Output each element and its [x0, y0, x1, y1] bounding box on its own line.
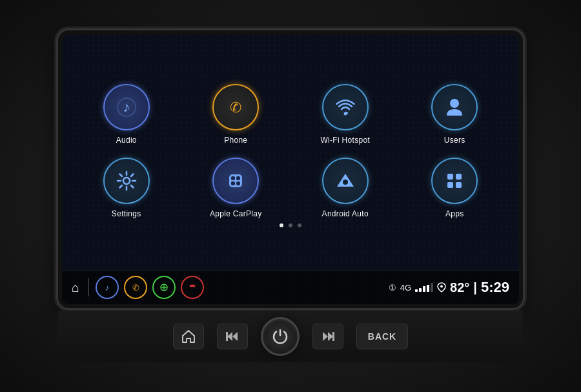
- status-game-button[interactable]: [152, 276, 176, 299]
- wifi-svg: [333, 95, 358, 119]
- status-bar: ⌂ ♪ ✆: [62, 271, 519, 304]
- svg-rect-10: [236, 181, 240, 185]
- svg-marker-26: [323, 332, 328, 341]
- wifi-label: Wi-Fi Hotspot: [320, 136, 370, 145]
- signal-bar-4: [427, 285, 429, 292]
- svg-rect-8: [236, 176, 240, 180]
- svg-rect-7: [231, 176, 235, 180]
- svg-rect-15: [447, 182, 453, 188]
- settings-icon-circle: [103, 158, 150, 204]
- settings-svg: [114, 169, 139, 193]
- status-bar-left: ⌂ ♪ ✆: [72, 276, 383, 299]
- carplay-label: Apple CarPlay: [210, 209, 262, 218]
- apps-label: Apps: [445, 209, 464, 218]
- status-sim: ①: [389, 283, 396, 293]
- phone-icon-circle: ✆: [212, 84, 259, 130]
- apps-icon-circle: [431, 158, 478, 204]
- page-dot-1[interactable]: [280, 223, 283, 227]
- wifi-icon-circle: [322, 84, 369, 130]
- signal-bars: [415, 283, 433, 292]
- screen: ♪ Audio ✆ Phone: [62, 34, 519, 304]
- audio-label: Audio: [116, 136, 137, 145]
- svg-marker-27: [328, 332, 333, 341]
- svg-text:♪: ♪: [105, 283, 110, 293]
- status-phone-button[interactable]: ✆: [124, 276, 147, 299]
- svg-rect-9: [231, 181, 235, 185]
- power-knob[interactable]: [261, 317, 300, 356]
- status-separator: |: [473, 280, 477, 295]
- carplay-icon-circle: [212, 158, 259, 204]
- apps-item[interactable]: Apps: [410, 158, 500, 218]
- phone-item[interactable]: ✆ Phone: [191, 84, 281, 145]
- status-home-icon[interactable]: ⌂: [72, 280, 79, 295]
- main-content: ♪ Audio ✆ Phone: [62, 34, 519, 271]
- status-end-button[interactable]: [181, 276, 204, 299]
- users-label: Users: [444, 136, 465, 145]
- icon-grid: ♪ Audio ✆ Phone: [81, 84, 500, 218]
- android-item[interactable]: Android Auto: [300, 158, 391, 218]
- carplay-svg: [223, 168, 249, 194]
- back-button[interactable]: BACK: [356, 324, 408, 349]
- controls-panel: BACK: [58, 311, 523, 362]
- status-music-button[interactable]: ♪: [96, 276, 119, 299]
- car-frame: ♪ Audio ✆ Phone: [0, 0, 581, 392]
- svg-point-5: [123, 178, 130, 184]
- svg-marker-24: [232, 332, 238, 341]
- status-divider: [88, 278, 89, 296]
- users-svg: [442, 95, 467, 119]
- home-physical-button[interactable]: [173, 324, 204, 349]
- svg-point-22: [440, 285, 443, 288]
- audio-svg: ♪: [115, 96, 138, 119]
- svg-rect-6: [229, 174, 242, 187]
- svg-text:♪: ♪: [123, 99, 130, 115]
- page-dots: [280, 223, 301, 227]
- svg-rect-25: [226, 332, 228, 341]
- prev-track-button[interactable]: [217, 324, 248, 349]
- signal-bar-3: [423, 286, 425, 292]
- settings-label: Settings: [112, 209, 141, 218]
- users-item[interactable]: Users: [410, 84, 500, 145]
- phone-svg: ✆: [224, 96, 247, 119]
- svg-rect-13: [447, 174, 453, 180]
- svg-rect-28: [332, 332, 334, 341]
- carplay-item[interactable]: Apple CarPlay: [191, 158, 281, 218]
- location-icon: [437, 282, 446, 293]
- svg-point-3: [343, 112, 347, 115]
- svg-rect-16: [456, 182, 462, 188]
- svg-point-4: [450, 99, 459, 108]
- apps-svg: [442, 169, 467, 193]
- status-bar-right: ① 4G 82° | 5:29: [389, 279, 509, 296]
- audio-item[interactable]: ♪ Audio: [81, 84, 172, 145]
- svg-point-12: [343, 180, 348, 185]
- phone-label: Phone: [224, 136, 247, 145]
- status-network: 4G: [400, 283, 411, 293]
- signal-bar-5: [431, 283, 433, 292]
- settings-item[interactable]: Settings: [81, 158, 172, 218]
- svg-text:✆: ✆: [132, 283, 139, 293]
- signal-bar-1: [415, 289, 418, 292]
- android-svg: [333, 169, 358, 193]
- screen-bezel: ♪ Audio ✆ Phone: [58, 30, 523, 308]
- android-icon-circle: [322, 158, 369, 204]
- next-track-button[interactable]: [312, 324, 343, 349]
- page-dot-2[interactable]: [289, 223, 292, 227]
- signal-bar-2: [419, 288, 422, 292]
- users-icon-circle: [431, 84, 478, 130]
- page-dot-3[interactable]: [298, 223, 301, 227]
- status-time: 5:29: [481, 279, 509, 296]
- wifi-item[interactable]: Wi-Fi Hotspot: [300, 84, 391, 145]
- svg-text:✆: ✆: [230, 99, 241, 116]
- audio-icon-circle: ♪: [103, 84, 150, 130]
- status-temperature: 82°: [450, 280, 469, 295]
- android-label: Android Auto: [322, 209, 369, 218]
- svg-rect-14: [456, 174, 462, 180]
- svg-marker-23: [227, 332, 232, 341]
